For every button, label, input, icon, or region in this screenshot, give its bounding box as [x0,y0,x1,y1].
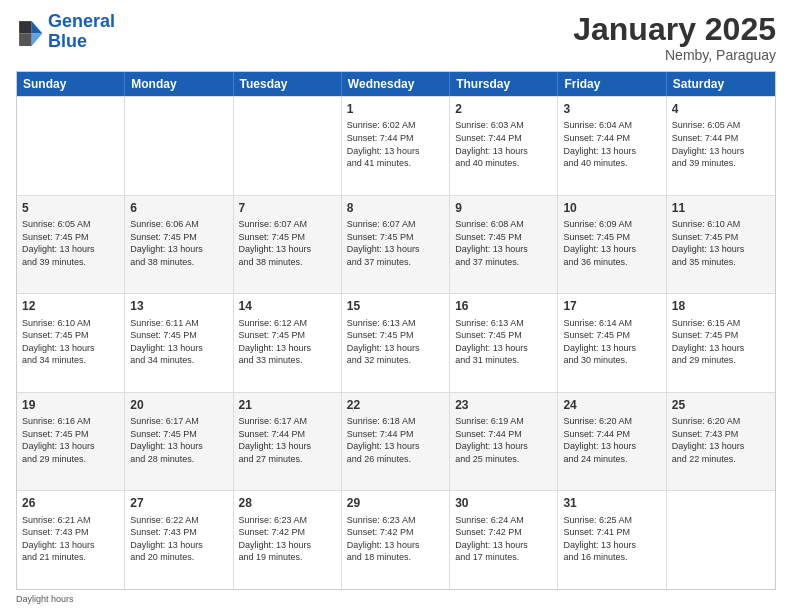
day-number: 15 [347,298,444,314]
cell-info: Sunrise: 6:06 AM Sunset: 7:45 PM Dayligh… [130,218,227,268]
day-number: 31 [563,495,660,511]
calendar-cell: 18Sunrise: 6:15 AM Sunset: 7:45 PM Dayli… [667,294,775,392]
calendar-cell: 17Sunrise: 6:14 AM Sunset: 7:45 PM Dayli… [558,294,666,392]
cell-info: Sunrise: 6:11 AM Sunset: 7:45 PM Dayligh… [130,317,227,367]
svg-rect-2 [19,21,31,33]
day-number: 19 [22,397,119,413]
day-number: 26 [22,495,119,511]
cell-info: Sunrise: 6:20 AM Sunset: 7:44 PM Dayligh… [563,415,660,465]
calendar-cell: 31Sunrise: 6:25 AM Sunset: 7:41 PM Dayli… [558,491,666,589]
calendar-cell: 12Sunrise: 6:10 AM Sunset: 7:45 PM Dayli… [17,294,125,392]
header-day-thursday: Thursday [450,72,558,96]
day-number: 4 [672,101,770,117]
calendar-row-1: 1Sunrise: 6:02 AM Sunset: 7:44 PM Daylig… [17,96,775,195]
cell-info: Sunrise: 6:14 AM Sunset: 7:45 PM Dayligh… [563,317,660,367]
calendar-cell: 24Sunrise: 6:20 AM Sunset: 7:44 PM Dayli… [558,393,666,491]
header-day-friday: Friday [558,72,666,96]
cell-info: Sunrise: 6:04 AM Sunset: 7:44 PM Dayligh… [563,119,660,169]
logo-icon [16,18,44,46]
svg-rect-3 [19,33,31,45]
calendar-cell: 21Sunrise: 6:17 AM Sunset: 7:44 PM Dayli… [234,393,342,491]
cell-info: Sunrise: 6:16 AM Sunset: 7:45 PM Dayligh… [22,415,119,465]
calendar-cell [234,97,342,195]
cell-info: Sunrise: 6:07 AM Sunset: 7:45 PM Dayligh… [239,218,336,268]
cell-info: Sunrise: 6:09 AM Sunset: 7:45 PM Dayligh… [563,218,660,268]
cell-info: Sunrise: 6:25 AM Sunset: 7:41 PM Dayligh… [563,514,660,564]
cell-info: Sunrise: 6:03 AM Sunset: 7:44 PM Dayligh… [455,119,552,169]
cell-info: Sunrise: 6:13 AM Sunset: 7:45 PM Dayligh… [455,317,552,367]
day-number: 27 [130,495,227,511]
cell-info: Sunrise: 6:22 AM Sunset: 7:43 PM Dayligh… [130,514,227,564]
day-number: 22 [347,397,444,413]
calendar-cell: 11Sunrise: 6:10 AM Sunset: 7:45 PM Dayli… [667,196,775,294]
calendar-cell: 27Sunrise: 6:22 AM Sunset: 7:43 PM Dayli… [125,491,233,589]
cell-info: Sunrise: 6:08 AM Sunset: 7:45 PM Dayligh… [455,218,552,268]
day-number: 23 [455,397,552,413]
cell-info: Sunrise: 6:15 AM Sunset: 7:45 PM Dayligh… [672,317,770,367]
calendar-cell: 16Sunrise: 6:13 AM Sunset: 7:45 PM Dayli… [450,294,558,392]
logo: General Blue [16,12,115,52]
day-number: 17 [563,298,660,314]
day-number: 13 [130,298,227,314]
day-number: 2 [455,101,552,117]
cell-info: Sunrise: 6:07 AM Sunset: 7:45 PM Dayligh… [347,218,444,268]
day-number: 11 [672,200,770,216]
cell-info: Sunrise: 6:02 AM Sunset: 7:44 PM Dayligh… [347,119,444,169]
calendar-cell [125,97,233,195]
day-number: 28 [239,495,336,511]
day-number: 5 [22,200,119,216]
calendar-cell: 4Sunrise: 6:05 AM Sunset: 7:44 PM Daylig… [667,97,775,195]
svg-marker-1 [32,33,43,45]
calendar-cell: 28Sunrise: 6:23 AM Sunset: 7:42 PM Dayli… [234,491,342,589]
location: Nemby, Paraguay [573,47,776,63]
day-number: 10 [563,200,660,216]
cell-info: Sunrise: 6:10 AM Sunset: 7:45 PM Dayligh… [22,317,119,367]
footer: Daylight hours [16,594,776,604]
cell-info: Sunrise: 6:17 AM Sunset: 7:44 PM Dayligh… [239,415,336,465]
calendar-cell: 22Sunrise: 6:18 AM Sunset: 7:44 PM Dayli… [342,393,450,491]
day-number: 21 [239,397,336,413]
logo-blue: Blue [48,31,87,51]
header: General Blue January 2025 Nemby, Paragua… [16,12,776,63]
calendar-cell: 29Sunrise: 6:23 AM Sunset: 7:42 PM Dayli… [342,491,450,589]
calendar-cell: 9Sunrise: 6:08 AM Sunset: 7:45 PM Daylig… [450,196,558,294]
day-number: 30 [455,495,552,511]
header-day-saturday: Saturday [667,72,775,96]
cell-info: Sunrise: 6:13 AM Sunset: 7:45 PM Dayligh… [347,317,444,367]
day-number: 20 [130,397,227,413]
calendar-cell [667,491,775,589]
cell-info: Sunrise: 6:05 AM Sunset: 7:44 PM Dayligh… [672,119,770,169]
day-number: 14 [239,298,336,314]
header-day-tuesday: Tuesday [234,72,342,96]
calendar-body: 1Sunrise: 6:02 AM Sunset: 7:44 PM Daylig… [17,96,775,589]
calendar-row-5: 26Sunrise: 6:21 AM Sunset: 7:43 PM Dayli… [17,490,775,589]
footer-text: Daylight hours [16,594,74,604]
header-day-monday: Monday [125,72,233,96]
day-number: 12 [22,298,119,314]
calendar: SundayMondayTuesdayWednesdayThursdayFrid… [16,71,776,590]
day-number: 16 [455,298,552,314]
svg-marker-0 [32,21,43,33]
calendar-cell: 25Sunrise: 6:20 AM Sunset: 7:43 PM Dayli… [667,393,775,491]
cell-info: Sunrise: 6:24 AM Sunset: 7:42 PM Dayligh… [455,514,552,564]
day-number: 8 [347,200,444,216]
calendar-row-2: 5Sunrise: 6:05 AM Sunset: 7:45 PM Daylig… [17,195,775,294]
calendar-row-4: 19Sunrise: 6:16 AM Sunset: 7:45 PM Dayli… [17,392,775,491]
page: General Blue January 2025 Nemby, Paragua… [0,0,792,612]
calendar-cell: 13Sunrise: 6:11 AM Sunset: 7:45 PM Dayli… [125,294,233,392]
calendar-cell: 3Sunrise: 6:04 AM Sunset: 7:44 PM Daylig… [558,97,666,195]
calendar-row-3: 12Sunrise: 6:10 AM Sunset: 7:45 PM Dayli… [17,293,775,392]
header-day-wednesday: Wednesday [342,72,450,96]
day-number: 18 [672,298,770,314]
cell-info: Sunrise: 6:05 AM Sunset: 7:45 PM Dayligh… [22,218,119,268]
header-day-sunday: Sunday [17,72,125,96]
day-number: 25 [672,397,770,413]
day-number: 1 [347,101,444,117]
calendar-cell: 5Sunrise: 6:05 AM Sunset: 7:45 PM Daylig… [17,196,125,294]
calendar-cell: 14Sunrise: 6:12 AM Sunset: 7:45 PM Dayli… [234,294,342,392]
calendar-cell: 30Sunrise: 6:24 AM Sunset: 7:42 PM Dayli… [450,491,558,589]
logo-general: General [48,11,115,31]
calendar-cell: 6Sunrise: 6:06 AM Sunset: 7:45 PM Daylig… [125,196,233,294]
calendar-cell: 8Sunrise: 6:07 AM Sunset: 7:45 PM Daylig… [342,196,450,294]
calendar-cell: 10Sunrise: 6:09 AM Sunset: 7:45 PM Dayli… [558,196,666,294]
